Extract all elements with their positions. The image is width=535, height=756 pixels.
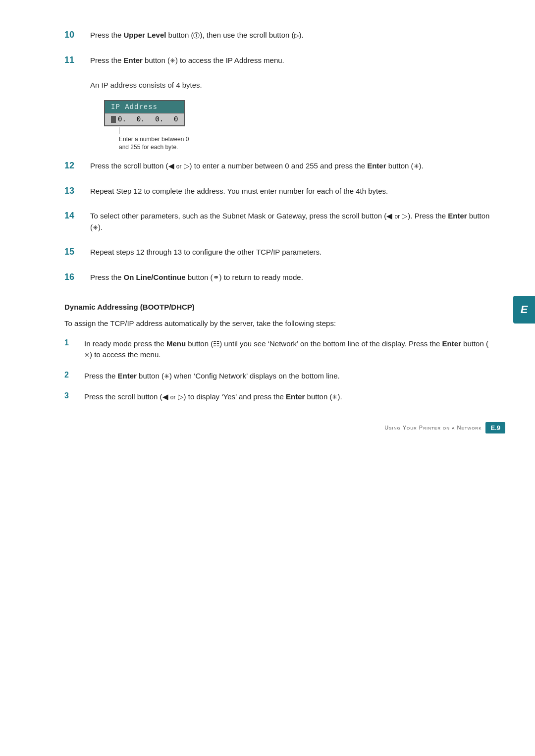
footer-badge: E.9 — [485, 422, 505, 433]
step-12: 12 Press the scroll button (◀ or ▷) to e… — [64, 161, 490, 172]
step-content-11: Press the Enter button (✳) to access the… — [90, 55, 490, 66]
step-number-13: 13 — [64, 186, 90, 196]
substep-1: 1 In ready mode press the Menu button (☷… — [64, 338, 490, 361]
substep-content-1: In ready mode press the Menu button (☷) … — [84, 338, 490, 361]
ip-screen: IP Address 0. 0. 0. 0 — [104, 100, 185, 126]
step-number-12: 12 — [64, 161, 90, 171]
substep-number-1: 1 — [64, 338, 84, 347]
substep-content-2: Press the Enter button (✳) when ‘Config … — [84, 371, 490, 382]
substep-number-2: 2 — [64, 371, 84, 379]
footer: Using Your Printer on a Network E.9 — [384, 422, 505, 433]
ip-caption-text: Enter a number between 0and 255 for each… — [119, 135, 189, 152]
step-content-10: Press the Upper Level button (Ⓣ), then u… — [90, 30, 490, 41]
step-number-11: 11 — [64, 55, 90, 65]
step-number-16: 16 — [64, 272, 90, 282]
section-tab-e: E — [513, 296, 535, 324]
step-number-10: 10 — [64, 30, 90, 40]
substep-3: 3 Press the scroll button (◀ or ▷) to di… — [64, 391, 490, 403]
step-content-15: Repeat steps 12 through 13 to configure … — [90, 247, 490, 258]
step-15: 15 Repeat steps 12 through 13 to configu… — [64, 247, 490, 258]
step-number-15: 15 — [64, 247, 90, 257]
step-content-12: Press the scroll button (◀ or ▷) to ente… — [90, 161, 490, 172]
step-11: 11 Press the Enter button (✳) to access … — [64, 55, 490, 66]
ip-caption-line — [119, 127, 119, 134]
section-heading: Dynamic Addressing (BOOTP/DHCP) — [64, 303, 490, 311]
substep-number-3: 3 — [64, 391, 84, 400]
section-intro: To assign the TCP/IP address automatical… — [64, 318, 490, 329]
footer-label: Using Your Printer on a Network — [384, 425, 482, 431]
page: 10 Press the Upper Level button (Ⓣ), the… — [0, 0, 535, 452]
step-content-13: Repeat Step 12 to complete the address. … — [90, 186, 490, 197]
substep-2: 2 Press the Enter button (✳) when ‘Confi… — [64, 371, 490, 382]
step-14: 14 To select other parameters, such as t… — [64, 211, 490, 233]
step-10: 10 Press the Upper Level button (Ⓣ), the… — [64, 30, 490, 41]
step-13: 13 Repeat Step 12 to complete the addres… — [64, 186, 490, 197]
ip-diagram: IP Address 0. 0. 0. 0 Enter a number bet… — [104, 100, 490, 152]
substep-content-3: Press the scroll button (◀ or ▷) to disp… — [84, 391, 490, 403]
step-content-16: Press the On Line/Continue button (⚭) to… — [90, 272, 490, 283]
step-number-14: 14 — [64, 211, 90, 221]
ip-screen-values: 0. 0. 0. 0 — [105, 113, 184, 125]
ip-screen-title: IP Address — [105, 101, 184, 113]
step-16: 16 Press the On Line/Continue button (⚭)… — [64, 272, 490, 283]
step-content-14: To select other parameters, such as the … — [90, 211, 490, 233]
ip-caption-wrapper: Enter a number between 0and 255 for each… — [119, 127, 189, 152]
ip-note: An IP address consists of 4 bytes. — [90, 80, 490, 91]
